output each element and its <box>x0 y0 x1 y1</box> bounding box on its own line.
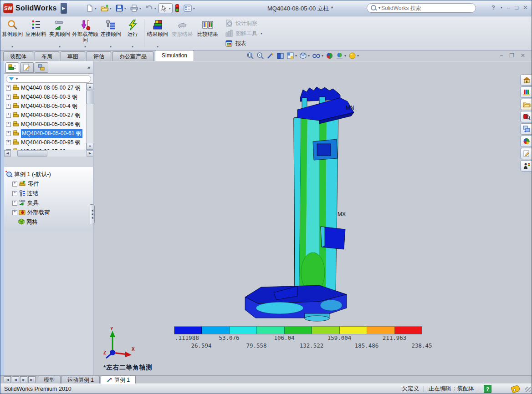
study-advisor-dropdown-icon[interactable]: ▾ <box>1 44 24 50</box>
scroll-right-icon[interactable]: ▶ <box>87 150 93 157</box>
study-item-mesh[interactable]: 网格 <box>4 217 93 227</box>
search-box[interactable]: ▾ <box>367 3 476 13</box>
study-tab[interactable]: 算例 1 <box>101 375 136 384</box>
view-orientation-button[interactable]: ▾ <box>286 52 297 60</box>
appearances-scenes-button[interactable] <box>520 136 532 147</box>
zoom-to-area-button[interactable] <box>256 52 264 60</box>
previous-view-button[interactable] <box>266 52 274 60</box>
hide-show-dropdown-icon[interactable]: ▾ <box>322 54 323 58</box>
maximize-button[interactable]: □ <box>515 4 518 11</box>
connections-advisor-dropdown-icon[interactable]: ▾ <box>99 44 122 50</box>
save-button[interactable]: ▾ <box>114 3 128 13</box>
tree-vertical-scrollbar[interactable]: ▲ ▼ <box>86 83 93 150</box>
doc-minimize-button[interactable]: – <box>500 52 503 59</box>
next-tab-button[interactable]: ▶ <box>20 376 27 383</box>
tree-row[interactable]: MQ4040-08-05-00-95 钢 <box>4 138 86 147</box>
print-button[interactable]: ▾ <box>128 3 143 13</box>
scroll-up-icon[interactable]: ▲ <box>87 83 93 90</box>
resources-home-button[interactable] <box>520 74 532 86</box>
display-style-dropdown-icon[interactable]: ▾ <box>308 54 310 58</box>
tree-horizontal-scrollbar[interactable]: ◀ ▶ <box>4 150 93 157</box>
tab-layout[interactable]: 布局 <box>35 51 59 61</box>
print-dropdown-icon[interactable]: ▾ <box>139 6 141 10</box>
tab-evaluate[interactable]: 评估 <box>87 51 111 61</box>
report-button[interactable]: 报表 <box>225 39 262 47</box>
tab-assembly[interactable]: 装配体 <box>3 51 33 61</box>
external-loads-dropdown-icon[interactable]: ▾ <box>72 44 98 50</box>
study-item-external-loads[interactable]: 外部载荷 <box>4 208 93 217</box>
edit-appearance-button[interactable] <box>326 52 333 60</box>
fixtures-advisor-button[interactable]: 夹具顾问 ▾ <box>48 18 71 50</box>
expand-icon[interactable] <box>6 122 11 127</box>
study-item-connections[interactable]: 连结 <box>4 189 93 198</box>
command-list-dropdown-icon[interactable]: ▾ <box>193 6 195 10</box>
design-library-button[interactable] <box>520 86 532 98</box>
save-dropdown-icon[interactable]: ▾ <box>124 6 126 10</box>
quick-tips-icon[interactable]: ? <box>484 385 491 393</box>
view-settings-dropdown-icon[interactable]: ▾ <box>357 54 359 58</box>
study-advisor-button[interactable]: 算例顾问 ▾ <box>1 18 24 50</box>
expand-icon[interactable] <box>6 104 11 109</box>
expand-icon[interactable] <box>6 140 11 145</box>
results-advisor-button[interactable]: 结果顾问 ▾ <box>146 18 169 50</box>
expand-icon[interactable] <box>12 182 17 187</box>
apply-scene-dropdown-icon[interactable]: ▾ <box>344 54 346 58</box>
help-button[interactable]: ? <box>491 4 495 11</box>
tree-row[interactable]: MQ4040-08-05-00-27 钢 <box>4 83 86 92</box>
feature-tree-tab[interactable] <box>5 62 19 73</box>
study-root[interactable]: * 算例 1 (-默认-) <box>4 170 93 179</box>
study-item-fixtures[interactable]: 夹具 <box>4 198 93 208</box>
tree-row[interactable]: MQ4040-08-05-00-96 钢 <box>4 120 86 129</box>
expand-icon[interactable] <box>6 113 11 118</box>
new-document-button[interactable]: ▾ <box>84 3 98 13</box>
help-dropdown-icon[interactable]: ▾ <box>501 5 502 10</box>
doc-restore-button[interactable]: ❐ <box>509 52 514 59</box>
panel-overflow-chevron[interactable]: » <box>87 65 90 70</box>
filter-dropdown-icon[interactable]: ▾ <box>16 77 18 81</box>
scroll-thumb[interactable] <box>87 91 93 104</box>
tree-row[interactable]: MQ4040-08-05-00-3 钢 <box>4 92 86 101</box>
run-button[interactable]: 运行 ▾ <box>123 18 142 50</box>
expand-icon[interactable] <box>12 191 17 196</box>
apply-scene-button[interactable]: ▾ <box>336 52 346 60</box>
expand-icon[interactable] <box>12 201 17 206</box>
external-loads-advisor-button[interactable]: 外部载荷顾问 ▾ <box>72 18 98 50</box>
last-tab-button[interactable]: ▶| <box>28 376 36 383</box>
tab-simulation[interactable]: Simulation <box>155 50 194 61</box>
interference-check-button[interactable] <box>174 3 181 14</box>
connections-advisor-button[interactable]: 连接顾问 ▾ <box>99 18 122 50</box>
graphics-area[interactable]: MN MX .111988 53.076 106.04 159.004 <box>0 61 532 375</box>
compare-results-button[interactable]: 比较结果 <box>195 18 220 50</box>
display-style-button[interactable]: ▾ <box>299 52 310 60</box>
select-button[interactable]: ▾ <box>159 3 173 13</box>
motion-study-tab[interactable]: 运动算例 1 <box>61 376 100 384</box>
command-list-button[interactable]: ▾ <box>182 3 196 13</box>
tab-office-products[interactable]: 办公室产品 <box>113 51 153 61</box>
tree-row-selected[interactable]: MQ4040-08-05-00-61 钢 <box>4 129 86 138</box>
apply-material-button[interactable]: 应用材料 <box>25 18 47 50</box>
results-advisor-dropdown-icon[interactable]: ▾ <box>146 44 169 50</box>
resize-grip[interactable] <box>525 387 531 392</box>
model-tab[interactable]: 模型 <box>38 376 61 384</box>
tag-icon[interactable] <box>511 384 521 393</box>
minimize-button[interactable]: – <box>507 4 510 11</box>
doc-close-button[interactable]: ✕ <box>521 52 525 59</box>
study-item-parts[interactable]: 零件 <box>4 179 93 189</box>
scroll-down-icon[interactable]: ▼ <box>87 143 93 150</box>
expand-icon[interactable] <box>6 131 11 136</box>
scroll-left-icon[interactable]: ◀ <box>4 150 11 157</box>
custom-properties-button[interactable] <box>520 148 532 159</box>
configuration-manager-tab[interactable] <box>35 62 48 73</box>
prev-tab-button[interactable]: ◀ <box>12 376 19 383</box>
undo-button[interactable]: ▾ <box>143 3 158 13</box>
first-tab-button[interactable]: |◀ <box>4 376 11 383</box>
zoom-to-fit-button[interactable] <box>246 52 254 60</box>
tree-row[interactable]: MQ4040-08-05-00-4 钢 <box>4 101 86 111</box>
expand-icon[interactable] <box>6 95 11 100</box>
file-explorer-button[interactable] <box>520 99 532 110</box>
select-dropdown-icon[interactable]: ▾ <box>169 6 171 10</box>
fixtures-advisor-dropdown-icon[interactable]: ▾ <box>48 44 71 50</box>
tree-row[interactable]: MQ4040-08-05-00-27 钢 <box>4 111 86 120</box>
panel-collapse-handle[interactable] <box>90 204 95 224</box>
filter-input[interactable]: ▾ <box>6 75 91 83</box>
